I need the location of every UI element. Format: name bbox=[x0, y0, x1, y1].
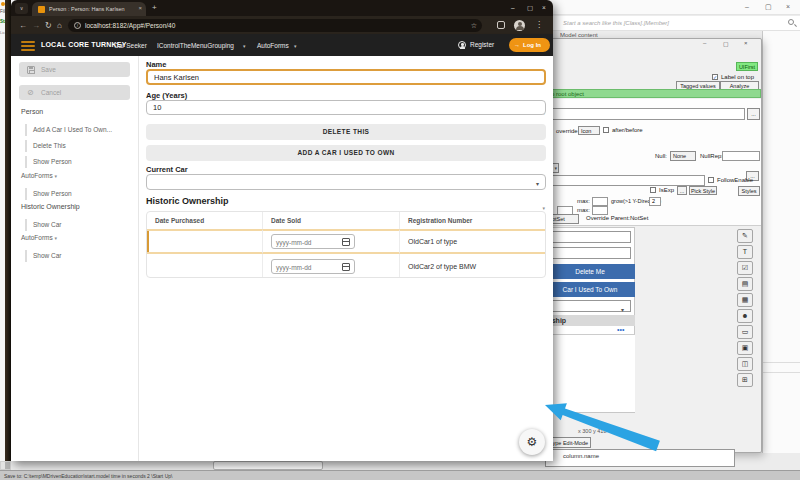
columns-icon[interactable]: ◫ bbox=[737, 357, 753, 371]
sidebar-item-add-car[interactable]: Add A Car I Used To Own... bbox=[25, 124, 129, 136]
preview-add-car-button[interactable]: Car I Used To Own bbox=[545, 282, 635, 297]
maximize-icon[interactable]: ▢ bbox=[765, 3, 772, 11]
tab-title: Person : Person: Hans Karlsen bbox=[49, 6, 131, 12]
close-icon[interactable]: × bbox=[138, 5, 142, 11]
login-arrow-icon: → bbox=[514, 42, 520, 48]
nav-autoforms[interactable]: AutoForms bbox=[257, 42, 289, 49]
styles-button[interactable]: Styles bbox=[738, 186, 760, 196]
tab-search-icon[interactable]: ∨ bbox=[15, 3, 28, 14]
calendar-icon[interactable] bbox=[342, 238, 350, 246]
nullrep-label: NullRep: bbox=[700, 153, 723, 159]
date-purchased-input[interactable] bbox=[147, 231, 254, 252]
grow-input[interactable]: 2 bbox=[649, 197, 661, 206]
col-header-registration: Registration Number bbox=[399, 212, 546, 229]
follow-enable-checkbox[interactable] bbox=[708, 177, 714, 183]
sidebar-item-show-person-2[interactable]: Show Person bbox=[25, 188, 129, 200]
nav-grouping[interactable]: IControlTheMenuGrouping bbox=[157, 42, 234, 49]
minimize-icon[interactable]: – bbox=[511, 4, 515, 11]
chevron-down-icon: ▾ bbox=[243, 43, 246, 49]
date-sold-input[interactable]: yyyy-mm-dd bbox=[271, 234, 355, 249]
chevron-down-icon: ▾ bbox=[536, 180, 539, 187]
sidebar-item-show-car-2[interactable]: Show Car bbox=[25, 250, 129, 262]
sidebar-item-delete-this[interactable]: Delete This bbox=[25, 140, 129, 152]
sidebar-section-person[interactable]: Person bbox=[21, 108, 43, 115]
pick-style-button[interactable]: Pick Style bbox=[689, 186, 717, 195]
scrollbar-thumb[interactable] bbox=[5, 462, 10, 469]
browser-tab[interactable]: Person : Person: Hans Karlsen × bbox=[32, 2, 146, 16]
minimize-icon[interactable]: – bbox=[745, 3, 749, 10]
home-icon[interactable]: ⌂ bbox=[57, 21, 62, 30]
preview-input[interactable] bbox=[549, 247, 631, 259]
icon-combo[interactable]: Icon bbox=[578, 126, 600, 135]
minimize-icon[interactable]: – bbox=[703, 40, 706, 46]
register-link[interactable]: Register bbox=[470, 41, 494, 48]
reload-icon[interactable]: ↻ bbox=[45, 21, 52, 30]
label-on-top-checkbox[interactable]: ✓ bbox=[712, 74, 718, 80]
override-parent-label: Override Parent: bbox=[586, 215, 630, 221]
isexp-checkbox[interactable] bbox=[650, 187, 656, 193]
expression-input[interactable] bbox=[545, 175, 705, 186]
nav-car-seeker[interactable]: Car Seeker bbox=[114, 42, 147, 49]
date-sold-input[interactable]: yyyy-mm-dd bbox=[271, 259, 355, 274]
site-info-icon[interactable]: i bbox=[74, 22, 81, 29]
close-icon[interactable]: × bbox=[542, 4, 546, 11]
calendar-icon[interactable] bbox=[342, 263, 350, 271]
text-icon[interactable]: T bbox=[737, 245, 753, 259]
grid-icon[interactable]: ⊞ bbox=[737, 373, 753, 387]
delete-this-button[interactable]: DELETE THIS bbox=[146, 124, 546, 140]
login-button[interactable]: → Log In bbox=[509, 38, 550, 52]
new-tab-button[interactable]: + bbox=[152, 3, 157, 12]
nullrep-input[interactable] bbox=[722, 151, 760, 161]
sidebar-section-autoforms[interactable]: AutoForms ▾ bbox=[21, 172, 57, 179]
preview-delete-me-button[interactable]: Delete Me bbox=[545, 264, 635, 279]
sidebar-item-show-person[interactable]: Show Person bbox=[25, 156, 129, 168]
age-field[interactable] bbox=[146, 100, 546, 115]
extensions-icon[interactable] bbox=[497, 21, 505, 29]
ellipsis-button[interactable]: ... bbox=[747, 108, 760, 120]
add-car-button[interactable]: ADD A CAR I USED TO OWN bbox=[146, 145, 546, 161]
more-dots-icon[interactable]: ••• bbox=[617, 326, 624, 333]
col-header-date-sold: Date Sold bbox=[262, 212, 399, 229]
checkbox-icon[interactable]: ☑ bbox=[737, 261, 753, 275]
forward-icon[interactable]: → bbox=[32, 21, 40, 30]
bookmark-star-icon[interactable]: ☆ bbox=[471, 22, 477, 30]
gear-icon: ⚙ bbox=[527, 435, 538, 449]
background-field bbox=[213, 461, 323, 470]
close-icon[interactable]: × bbox=[744, 40, 748, 46]
edit-icon[interactable]: ✎ bbox=[737, 229, 753, 243]
name-field[interactable] bbox=[146, 69, 546, 85]
sidebar-section-autoforms-2[interactable]: AutoForms ▾ bbox=[21, 234, 57, 241]
preview-combo[interactable]: ▾ bbox=[549, 300, 631, 312]
current-car-select[interactable]: ▾ bbox=[146, 174, 546, 190]
preview-input[interactable] bbox=[549, 231, 631, 243]
null-combo[interactable]: None bbox=[670, 151, 696, 161]
max2-input[interactable] bbox=[592, 206, 608, 215]
max-input[interactable] bbox=[592, 197, 608, 206]
image-icon[interactable]: ▣ bbox=[737, 341, 753, 355]
calendar-icon[interactable]: ▦ bbox=[737, 293, 753, 307]
list-icon[interactable]: ▤ bbox=[737, 277, 753, 291]
after-before-checkbox[interactable] bbox=[603, 127, 609, 133]
back-icon[interactable]: ← bbox=[19, 21, 27, 30]
profile-avatar[interactable] bbox=[514, 20, 525, 31]
favicon bbox=[38, 6, 45, 13]
property-input[interactable] bbox=[549, 108, 745, 120]
field-icon[interactable]: ▭ bbox=[737, 325, 753, 339]
sidebar-item-show-car[interactable]: Show Car bbox=[25, 219, 129, 231]
save-button[interactable]: Save bbox=[19, 62, 130, 77]
ellipsis-button[interactable]: ... bbox=[677, 186, 687, 195]
table-cell bbox=[147, 254, 262, 278]
registration-cell: OldCar1 of type bbox=[399, 229, 546, 254]
maximize-icon[interactable]: ▢ bbox=[723, 40, 729, 47]
browser-menu-icon[interactable]: ⋮ bbox=[535, 20, 543, 29]
date-placeholder: yyyy-mm-dd bbox=[276, 264, 311, 271]
cancel-button[interactable]: ⊘ Cancel bbox=[19, 85, 130, 100]
url-bar[interactable]: i localhost:8182/App#/Person/40 ☆ bbox=[68, 19, 482, 32]
close-icon[interactable]: × bbox=[786, 3, 790, 10]
maximize-icon[interactable]: ▢ bbox=[527, 4, 533, 12]
search-icon bbox=[788, 19, 794, 25]
person-icon[interactable]: ☻ bbox=[737, 309, 753, 323]
browser-window: ∨ Person : Person: Hans Karlsen × + – ▢ … bbox=[11, 0, 553, 461]
hamburger-icon[interactable] bbox=[21, 41, 35, 51]
sidebar-section-historic[interactable]: Historic Ownership bbox=[21, 203, 80, 210]
